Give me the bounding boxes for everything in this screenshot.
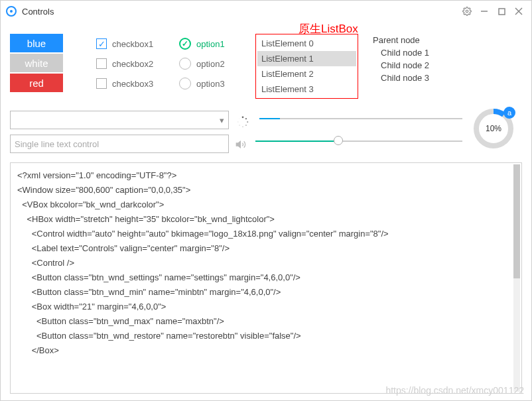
- slider-track: [259, 118, 462, 119]
- color-buttons: blue white red: [10, 34, 70, 99]
- code-line: <Control width="auto" height="auto" bkim…: [17, 227, 515, 241]
- volume-icon: [235, 139, 246, 150]
- tree-child[interactable]: Child node 1: [370, 46, 456, 59]
- tree-child[interactable]: Child node 3: [370, 72, 456, 84]
- settings-icon[interactable]: [460, 4, 474, 19]
- checkbox-1[interactable]: ✓ checkbox1: [96, 34, 166, 54]
- svg-point-11: [237, 121, 238, 122]
- window: Controls 原生ListBox blue white red ✓ chec…: [0, 0, 532, 401]
- radio-label: option1: [196, 39, 225, 49]
- radio-group: option1 option2 option3: [166, 34, 252, 99]
- content-area: blue white red ✓ checkbox1 checkbox2 che…: [1, 22, 531, 400]
- inputs-row: ▾ Single line text control: [10, 111, 522, 156]
- progress-badge: a: [503, 107, 515, 119]
- check-icon: [96, 58, 107, 69]
- list-box[interactable]: ListElement 0 ListElement 1 ListElement …: [255, 34, 358, 99]
- code-line: <HBox width="stretch" height="35" bkcolo…: [17, 212, 515, 227]
- titlebar: Controls: [1, 1, 531, 22]
- svg-marker-13: [236, 141, 240, 147]
- slider-fill: [259, 118, 280, 119]
- code-line: <Button class="btn_wnd_restore" name="re…: [17, 329, 515, 343]
- app-logo-icon: [6, 6, 17, 17]
- slider-1[interactable]: [259, 111, 462, 127]
- radio-2[interactable]: option2: [179, 54, 252, 74]
- minimize-icon[interactable]: [477, 4, 492, 19]
- slider-fill: [255, 141, 338, 142]
- scrollbar-thumb[interactable]: [513, 164, 520, 278]
- radio-1[interactable]: option1: [179, 34, 252, 54]
- list-item[interactable]: ListElement 2: [257, 66, 356, 82]
- checkbox-2[interactable]: checkbox2: [96, 54, 166, 74]
- tree-child[interactable]: Child node 2: [370, 59, 456, 72]
- svg-point-8: [245, 125, 247, 126]
- combo-box[interactable]: ▾: [10, 111, 229, 129]
- code-line: <Button class="btn_wnd_max" name="maxbtn…: [17, 314, 515, 329]
- tree-parent[interactable]: Parent node: [370, 34, 456, 46]
- chevron-down-icon: ▾: [220, 115, 224, 125]
- loading-icon: [235, 114, 250, 130]
- annotation-label: 原生ListBox: [299, 21, 358, 36]
- tree-view[interactable]: Parent node Child node 1 Child node 2 Ch…: [370, 34, 456, 99]
- check-icon: ✓: [96, 38, 107, 49]
- checkbox-label: checkbox1: [112, 39, 153, 49]
- slider-2[interactable]: [255, 133, 462, 149]
- code-line: <Window size="800,600" caption="0,0,0,35…: [17, 183, 515, 198]
- red-button[interactable]: red: [10, 74, 63, 92]
- svg-point-0: [466, 10, 468, 13]
- textline-input[interactable]: Single line text control: [10, 135, 229, 153]
- svg-rect-2: [499, 9, 505, 15]
- code-line: <Button class="btn_wnd_settings" name="s…: [17, 270, 515, 285]
- text-inputs: ▾ Single line text control: [10, 111, 229, 153]
- code-line: </Box>: [17, 343, 515, 358]
- code-line: <Label text="Controls" valign="center" m…: [17, 241, 515, 256]
- svg-point-9: [242, 126, 243, 127]
- radio-icon: [179, 78, 191, 89]
- svg-point-6: [245, 118, 247, 119]
- code-view[interactable]: <?xml version="1.0" encoding="UTF-8"?> <…: [10, 162, 522, 394]
- code-line: <?xml version="1.0" encoding="UTF-8"?>: [17, 168, 515, 183]
- radio-icon: [179, 58, 191, 70]
- code-line: <Control />: [17, 256, 515, 270]
- white-button[interactable]: white: [10, 54, 63, 72]
- checkbox-3[interactable]: checkbox3: [96, 74, 166, 93]
- close-icon[interactable]: [511, 4, 526, 19]
- progress-ring: 10% a: [472, 107, 515, 150]
- blue-button[interactable]: blue: [10, 34, 63, 52]
- maximize-icon[interactable]: [494, 4, 509, 19]
- code-line: <Button class="btn_wnd_min" name="minbtn…: [17, 285, 515, 300]
- watermark: https://blog.csdn.net/xmcy001122: [385, 385, 524, 396]
- svg-point-7: [247, 121, 248, 123]
- svg-point-5: [242, 116, 244, 118]
- code-line: <Box width="21" margin="4,6,0,0">: [17, 300, 515, 314]
- radio-icon: [179, 38, 191, 50]
- check-icon: [96, 78, 107, 89]
- list-item[interactable]: ListElement 1: [257, 51, 356, 66]
- window-title: Controls: [22, 7, 457, 17]
- radio-label: option2: [196, 59, 225, 69]
- list-item[interactable]: ListElement 0: [257, 36, 356, 51]
- list-item[interactable]: ListElement 3: [257, 82, 356, 97]
- checkbox-label: checkbox3: [112, 79, 153, 89]
- radio-label: option3: [196, 79, 225, 89]
- svg-point-10: [239, 125, 239, 125]
- scrollbar[interactable]: [513, 164, 520, 392]
- slider-track: [255, 141, 462, 142]
- svg-point-12: [239, 119, 240, 119]
- checkbox-group: ✓ checkbox1 checkbox2 checkbox3: [70, 34, 166, 99]
- code-line: <VBox bkcolor="bk_wnd_darkcolor">: [17, 198, 515, 212]
- controls-row: blue white red ✓ checkbox1 checkbox2 che…: [10, 34, 522, 99]
- radio-3[interactable]: option3: [179, 74, 252, 93]
- checkbox-label: checkbox2: [112, 59, 153, 69]
- textline-placeholder: Single line text control: [15, 139, 99, 149]
- slider-thumb[interactable]: [334, 136, 343, 145]
